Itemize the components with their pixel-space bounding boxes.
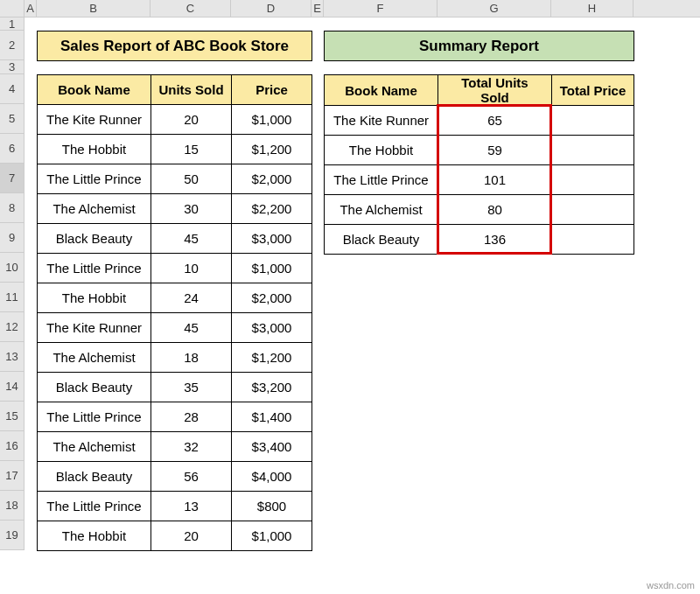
table-row: The Kite Runner65 xyxy=(325,106,634,136)
table-row: Black Beauty35$3,200 xyxy=(38,373,312,402)
col-header-A[interactable]: A xyxy=(24,0,37,17)
col-header-B[interactable]: B xyxy=(37,0,150,17)
col-header-H[interactable]: H xyxy=(551,0,634,17)
row-header-10[interactable]: 10 xyxy=(0,253,24,283)
col-header-G[interactable]: G xyxy=(438,0,551,17)
row-header-3[interactable]: 3 xyxy=(0,60,24,74)
sales-title: Sales Report of ABC Book Store xyxy=(38,31,312,61)
summary-hdr-book[interactable]: Book Name xyxy=(325,75,438,106)
table-row: The Hobbit20$1,000 xyxy=(38,521,312,551)
row-header-8[interactable]: 8 xyxy=(0,193,24,223)
col-header-D[interactable]: D xyxy=(231,0,312,17)
table-row: The Little Prince101 xyxy=(325,165,634,195)
col-header-C[interactable]: C xyxy=(150,0,231,17)
table-row: The Hobbit59 xyxy=(325,136,634,165)
sales-hdr-units[interactable]: Units Sold xyxy=(151,75,232,105)
row-header-11[interactable]: 11 xyxy=(0,283,24,312)
spreadsheet: A B C D E F G H 1 2 3 4 5 6 7 8 9 10 11 … xyxy=(0,0,700,594)
col-header-F[interactable]: F xyxy=(324,0,438,17)
select-all-corner[interactable] xyxy=(0,0,24,17)
summary-hdr-total-units[interactable]: Total Units Sold xyxy=(438,75,552,106)
row-header-17[interactable]: 17 xyxy=(0,461,24,491)
row-header-16[interactable]: 16 xyxy=(0,431,24,461)
column-headers: A B C D E F G H xyxy=(0,0,700,17)
table-row: The Alchemist18$1,200 xyxy=(38,343,312,373)
table-row: The Alchemist80 xyxy=(325,195,634,225)
row-header-4[interactable]: 4 xyxy=(0,74,24,104)
table-row: Black Beauty45$3,000 xyxy=(38,224,312,254)
sales-table: Sales Report of ABC Book Store Book Name… xyxy=(37,31,312,551)
row-header-1[interactable]: 1 xyxy=(0,17,24,31)
table-row: The Little Prince50$2,000 xyxy=(38,164,312,194)
summary-table: Summary Report Book Name Total Units Sol… xyxy=(324,31,634,255)
row-header-2[interactable]: 2 xyxy=(0,31,24,60)
row-headers: 1 2 3 4 5 6 7 8 9 10 11 12 13 14 15 16 1… xyxy=(0,17,24,550)
table-row: The Little Prince28$1,400 xyxy=(38,402,312,432)
row-header-7[interactable]: 7 xyxy=(0,164,24,193)
table-row: The Hobbit15$1,200 xyxy=(38,135,312,164)
row-header-12[interactable]: 12 xyxy=(0,312,24,342)
summary-title: Summary Report xyxy=(325,31,634,61)
cell-grid[interactable]: Sales Report of ABC Book Store Book Name… xyxy=(24,17,700,550)
row-header-14[interactable]: 14 xyxy=(0,372,24,402)
sales-hdr-book[interactable]: Book Name xyxy=(38,75,151,105)
table-row: Black Beauty136 xyxy=(325,225,634,255)
row-header-15[interactable]: 15 xyxy=(0,402,24,431)
table-row: The Alchemist30$2,200 xyxy=(38,194,312,224)
table-row: Black Beauty56$4,000 xyxy=(38,462,312,492)
table-row: The Alchemist32$3,400 xyxy=(38,432,312,462)
row-header-5[interactable]: 5 xyxy=(0,104,24,134)
table-row: The Little Prince13$800 xyxy=(38,492,312,521)
sales-hdr-price[interactable]: Price xyxy=(232,75,312,105)
table-row: The Kite Runner45$3,000 xyxy=(38,313,312,343)
watermark: wsxdn.com xyxy=(647,580,695,591)
row-header-18[interactable]: 18 xyxy=(0,491,24,521)
row-header-13[interactable]: 13 xyxy=(0,342,24,372)
table-row: The Hobbit24$2,000 xyxy=(38,283,312,313)
row-header-19[interactable]: 19 xyxy=(0,521,24,550)
table-row: The Kite Runner20$1,000 xyxy=(38,105,312,135)
row-header-9[interactable]: 9 xyxy=(0,223,24,253)
col-header-E[interactable]: E xyxy=(312,0,324,17)
row-header-6[interactable]: 6 xyxy=(0,134,24,164)
summary-hdr-total-price[interactable]: Total Price xyxy=(552,75,634,106)
table-row: The Little Prince10$1,000 xyxy=(38,254,312,283)
